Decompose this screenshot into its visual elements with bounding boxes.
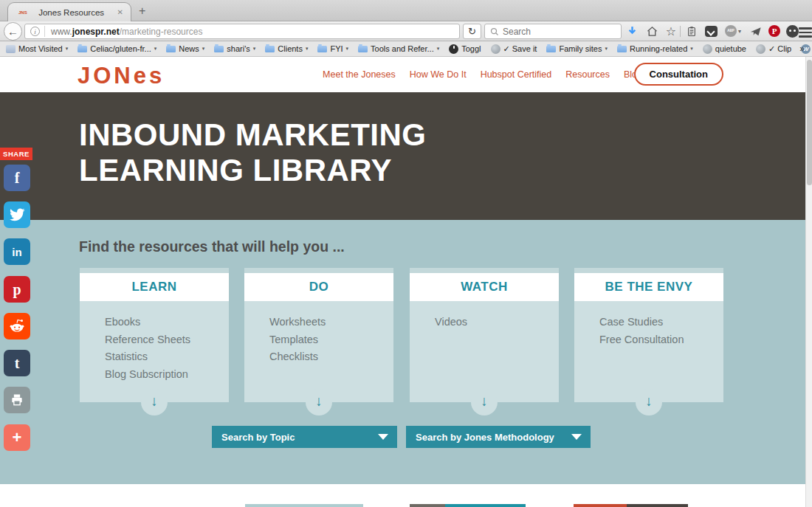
column-top-strip xyxy=(410,268,559,273)
bookmarks-overflow-chevron[interactable]: » xyxy=(799,44,805,54)
url-text: www.jonespr.net/marketing-resources xyxy=(51,27,202,37)
navigation-toolbar: ← www.jonespr.net/marketing-resources ↻ … xyxy=(0,21,812,41)
scrollbar-thumb[interactable] xyxy=(807,60,812,185)
url-divider xyxy=(44,26,45,37)
bookmark-star-icon[interactable]: ☆ xyxy=(663,24,679,38)
reddit-share-icon[interactable] xyxy=(4,313,30,339)
nav-meet-the-joneses[interactable]: Meet the Joneses xyxy=(323,69,396,80)
reading-list-icon[interactable] xyxy=(684,24,700,38)
down-arrow-icon[interactable]: ↓ xyxy=(636,389,662,415)
search-icon xyxy=(490,27,499,36)
tab-close-icon[interactable]: ✕ xyxy=(116,8,125,16)
column-top-strip xyxy=(244,268,393,273)
facebook-share-icon[interactable]: f xyxy=(4,165,30,191)
send-plane-icon[interactable] xyxy=(747,24,763,38)
resource-card-thumbnail[interactable] xyxy=(410,504,526,507)
column-learn-title: LEARN xyxy=(80,273,229,301)
site-favicon-icon: JNS xyxy=(18,10,27,15)
bookmark-folder-sharis[interactable]: shari's▾ xyxy=(214,44,255,53)
link-statistics[interactable]: Statistics xyxy=(105,348,229,366)
new-tab-button[interactable]: + xyxy=(139,4,145,18)
chevron-down-icon: ▾ xyxy=(154,46,157,52)
link-case-studies[interactable]: Case Studies xyxy=(599,314,723,331)
down-arrow-icon[interactable]: ↓ xyxy=(306,389,332,415)
search-by-topic-dropdown[interactable]: Search by Topic xyxy=(212,426,397,448)
consultation-button[interactable]: Consultation xyxy=(634,63,723,86)
down-arrow-icon[interactable]: ↓ xyxy=(141,389,168,415)
resource-card-thumbnail[interactable] xyxy=(574,504,688,507)
link-reference-sheets[interactable]: Reference Sheets xyxy=(105,331,229,349)
page-scrollbar[interactable] xyxy=(805,57,812,507)
column-be-the-envy: BE THE ENVY Case Studies Free Consultati… xyxy=(574,268,723,402)
bookmark-folder-celiac[interactable]: Celiac/gluten-fr...▾ xyxy=(78,44,156,53)
reload-button[interactable]: ↻ xyxy=(463,24,481,39)
tab-bar: JNS Jones Resources ✕ + xyxy=(0,0,812,21)
chevron-down-icon: ▾ xyxy=(202,46,205,52)
search-bar[interactable] xyxy=(484,24,622,39)
link-videos[interactable]: Videos xyxy=(435,314,559,331)
pocket-icon[interactable] xyxy=(703,24,719,38)
nav-resources[interactable]: Resources xyxy=(565,69,610,80)
link-free-consultation[interactable]: Free Consultation xyxy=(599,331,723,349)
column-learn-body: Ebooks Reference Sheets Statistics Blog … xyxy=(80,301,229,402)
section-heading: Find the resources that will help you ..… xyxy=(79,238,345,255)
url-prefix: www. xyxy=(51,27,72,37)
resources-section: Find the resources that will help you ..… xyxy=(0,220,812,484)
bookmark-toggl[interactable]: Toggl xyxy=(449,44,481,54)
column-envy-body: Case Studies Free Consultation ↓ xyxy=(574,301,723,402)
resource-card-thumbnail[interactable] xyxy=(245,504,363,507)
link-blog-subscription[interactable]: Blog Subscription xyxy=(105,366,229,384)
home-icon[interactable] xyxy=(644,24,660,38)
bookmark-folder-clients[interactable]: Clients▾ xyxy=(265,44,308,53)
url-path: /marketing-resources xyxy=(120,27,203,37)
adblock-icon[interactable]: ▾ xyxy=(722,24,744,38)
chevron-down-icon: ▾ xyxy=(306,46,309,52)
link-checklists[interactable]: Checklists xyxy=(269,348,393,366)
addthis-share-icon[interactable]: + xyxy=(4,424,30,451)
globe-icon xyxy=(756,44,765,54)
grid-icon xyxy=(6,45,16,53)
site-info-icon[interactable] xyxy=(30,27,40,36)
chevron-down-icon: ▾ xyxy=(66,46,69,52)
bookmark-folder-running[interactable]: Running-related▾ xyxy=(617,44,693,53)
tumblr-share-icon[interactable]: t xyxy=(4,350,30,376)
pinterest-share-icon[interactable]: p xyxy=(4,276,30,303)
bookmarks-bar: Most Visited▾ Celiac/gluten-fr...▾ News▾… xyxy=(0,41,812,57)
search-by-methodology-dropdown[interactable]: Search by Jones Methodology xyxy=(406,426,591,448)
print-share-icon[interactable] xyxy=(4,387,30,413)
nav-hubspot-certified[interactable]: Hubspot Certified xyxy=(481,69,552,80)
folder-icon xyxy=(546,46,556,52)
bookmark-most-visited[interactable]: Most Visited▾ xyxy=(6,44,68,53)
browser-tab[interactable]: JNS Jones Resources ✕ xyxy=(7,2,131,21)
link-templates[interactable]: Templates xyxy=(269,331,393,349)
folder-icon xyxy=(317,46,327,52)
toolbar-separator xyxy=(680,26,681,37)
downloads-icon[interactable] xyxy=(624,24,640,38)
link-ebooks[interactable]: Ebooks xyxy=(105,314,229,331)
link-worksheets[interactable]: Worksheets xyxy=(269,314,393,331)
url-domain: jonespr.net xyxy=(72,27,120,37)
screen: JNS Jones Resources ✕ + ← www.jonespr.ne… xyxy=(0,0,812,507)
bookmark-folder-fyi[interactable]: FYI▾ xyxy=(317,44,348,53)
down-arrow-icon[interactable]: ↓ xyxy=(471,389,498,415)
url-bar[interactable]: www.jonespr.net/marketing-resources xyxy=(24,24,460,39)
bookmark-save-it[interactable]: ✓ Save it xyxy=(491,44,537,54)
bookmark-folder-news[interactable]: News▾ xyxy=(166,44,204,53)
linkedin-share-icon[interactable]: in xyxy=(4,238,30,265)
bookmark-quietube[interactable]: quietube xyxy=(703,44,746,54)
column-watch: WATCH Videos ↓ xyxy=(410,268,559,402)
folder-icon xyxy=(214,46,224,52)
jones-logo[interactable]: JONes xyxy=(78,63,165,89)
bookmark-folder-tools[interactable]: Tools and Refer...▾ xyxy=(358,44,439,53)
pinterest-toolbar-icon[interactable] xyxy=(766,24,782,38)
twitter-share-icon[interactable] xyxy=(4,201,30,228)
bookmark-clip[interactable]: ✓ Clip xyxy=(756,44,791,54)
bookmark-folder-family[interactable]: Family sites▾ xyxy=(546,44,608,53)
column-top-strip xyxy=(574,268,723,273)
folder-icon xyxy=(358,46,368,52)
back-button[interactable]: ← xyxy=(4,22,22,41)
folder-icon xyxy=(617,46,627,52)
search-input[interactable] xyxy=(503,27,621,37)
nav-how-we-do-it[interactable]: How We Do It xyxy=(410,69,467,80)
menu-hamburger-icon[interactable] xyxy=(797,25,812,40)
